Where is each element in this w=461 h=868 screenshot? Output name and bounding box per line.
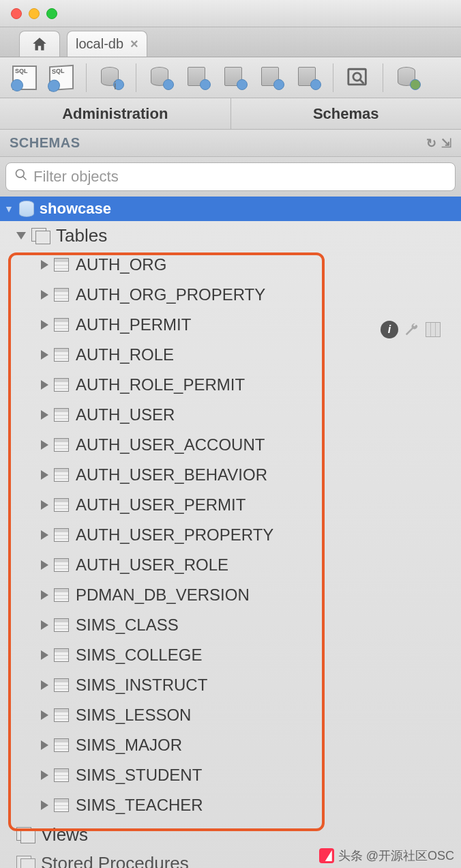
chevron-down-icon [16,232,26,240]
table-node[interactable]: PDMAN_DB_VERSION [0,580,461,610]
table-node[interactable]: AUTH_ROLE [0,340,461,370]
home-icon [31,35,48,53]
table-node[interactable]: SIMS_TEACHER [0,790,461,820]
tab-bar: local-db × [0,27,461,57]
table-node[interactable]: AUTH_USER_ROLE [0,550,461,580]
table-name: AUTH_ROLE_PERMIT [76,375,245,394]
search-icon [14,168,28,186]
zoom-window-icon[interactable] [46,8,57,19]
table-node[interactable]: SIMS_CLASS [0,610,461,640]
chevron-right-icon [41,350,48,360]
object-tree: Tables AUTH_ORGAUTH_ORG_PROPERTYAUTH_PER… [0,221,461,868]
svg-point-1 [353,72,361,80]
table-node[interactable]: SIMS_STUDENT [0,760,461,790]
table-name: AUTH_ORG [76,255,166,274]
svg-line-4 [23,177,27,180]
views-label: Views [41,824,88,845]
search-table-icon [346,66,370,89]
table-node[interactable]: AUTH_ROLE_PERMIT [0,370,461,400]
chevron-right-icon [41,560,48,570]
chevron-right-icon [41,260,48,270]
table-icon [54,558,69,572]
views-folder[interactable]: Views [0,820,461,849]
table-node[interactable]: AUTH_USER_ACCOUNT [0,430,461,460]
database-icon: i [101,67,121,89]
table-name: SIMS_COLLEGE [76,646,202,665]
table-icon [54,588,69,602]
new-sql-button[interactable] [8,61,41,94]
info-icon[interactable]: i [381,321,398,338]
chevron-right-icon [41,410,48,420]
watermark: 头条 @开源社区OSC [319,848,454,864]
table-icon [54,288,69,302]
chevron-right-icon [41,740,48,750]
table-node[interactable]: SIMS_INSTRUCT [0,670,461,700]
table-name: PDMAN_DB_VERSION [76,585,250,605]
table-name: AUTH_PERMIT [76,315,191,334]
new-schema-button[interactable] [145,61,177,94]
tables-folder[interactable]: Tables [0,221,461,250]
table-node[interactable]: SIMS_MAJOR [0,730,461,760]
toolbar-separator [383,63,383,92]
server-status-button[interactable]: i [95,61,128,94]
table-name: SIMS_INSTRUCT [76,676,207,695]
wrench-icon[interactable] [402,321,420,338]
tab-administration[interactable]: Administration [0,98,231,129]
search-button[interactable] [342,61,374,94]
schema-node-showcase[interactable]: ▼ showcase [0,197,461,221]
table-name: SIMS_MAJOR [76,736,182,755]
minimize-window-icon[interactable] [29,8,40,19]
tab-label: local-db [76,36,123,52]
function-add-icon [298,67,318,89]
home-tab[interactable] [19,31,60,57]
window-titlebar [0,0,461,27]
new-view-button[interactable] [218,61,251,94]
procedure-add-icon [261,67,282,89]
chevron-right-icon [41,680,48,690]
schema-name: showcase [40,200,111,218]
table-name: SIMS_LESSON [76,706,191,725]
refresh-schemas-icon[interactable]: ↻ [426,136,437,151]
new-table-button[interactable] [181,61,214,94]
table-icon [54,378,69,392]
chevron-right-icon [41,710,48,720]
table-name: AUTH_USER_ROLE [76,555,228,575]
table-icon [54,798,69,812]
table-name: SIMS_CLASS [76,616,179,635]
refresh-button[interactable] [391,61,424,94]
table-node[interactable]: AUTH_USER [0,400,461,430]
table-name: AUTH_USER_PERMIT [76,495,246,515]
close-tab-icon[interactable]: × [130,36,138,52]
toolbar-separator [333,63,333,92]
connection-tab[interactable]: local-db × [67,31,147,57]
toolbar-separator [136,63,136,92]
select-rows-icon[interactable] [424,321,442,338]
table-icon [54,528,69,542]
open-sql-button[interactable] [45,61,78,94]
svg-line-2 [360,79,364,83]
new-function-button[interactable] [292,61,325,94]
table-node[interactable]: AUTH_USER_PERMIT [0,490,461,520]
table-name: AUTH_USER_PROPERTY [76,525,273,545]
tab-schemas[interactable]: Schemas [231,98,462,129]
table-name: AUTH_USER_BEHAVIOR [76,465,267,484]
sql-icon [49,64,74,91]
table-node[interactable]: AUTH_USER_PROPERTY [0,520,461,550]
table-node[interactable]: AUTH_USER_BEHAVIOR [0,460,461,490]
chevron-right-icon [41,380,48,390]
table-icon [54,438,69,452]
filter-objects-input[interactable]: Filter objects [5,162,456,191]
toolbar: i [0,57,461,98]
database-icon [19,201,34,217]
new-procedure-button[interactable] [255,61,288,94]
database-add-icon [151,67,171,89]
chevron-right-icon [41,320,48,330]
table-node[interactable]: AUTH_ORG [0,250,461,280]
table-node[interactable]: AUTH_ORG_PROPERTY [0,280,461,310]
table-node[interactable]: SIMS_COLLEGE [0,640,461,670]
table-node[interactable]: SIMS_LESSON [0,700,461,730]
close-window-icon[interactable] [11,8,22,19]
table-icon [54,768,69,782]
toolbar-separator [86,63,87,92]
collapse-schemas-icon[interactable]: ⇲ [441,136,452,151]
